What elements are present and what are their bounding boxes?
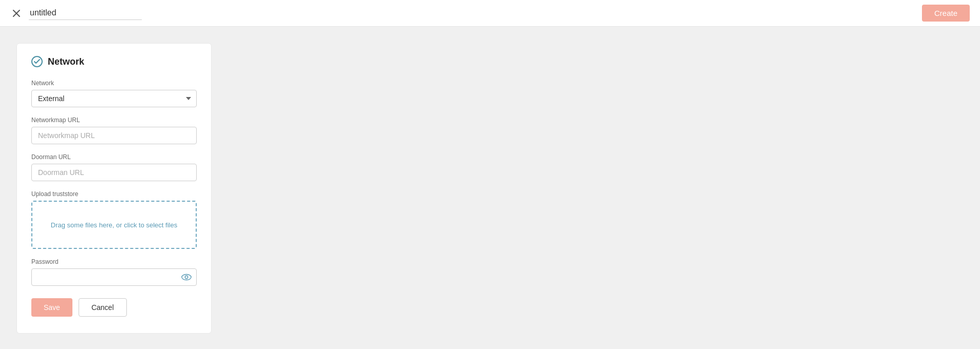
network-label: Network: [31, 80, 197, 87]
doorman-url-field: Doorman URL: [31, 153, 197, 181]
section-check-icon: [31, 56, 43, 67]
header: Create: [0, 0, 980, 27]
networkmap-url-input[interactable]: [31, 127, 197, 144]
title-input[interactable]: [29, 6, 142, 20]
upload-zone-text: Drag some files here, or click to select…: [51, 221, 177, 229]
password-field: Password: [31, 258, 197, 286]
svg-point-3: [185, 276, 187, 278]
svg-point-2: [182, 275, 191, 280]
save-button[interactable]: Save: [31, 298, 72, 317]
password-label: Password: [31, 258, 197, 265]
form-actions: Save Cancel: [31, 298, 197, 317]
network-field: Network External Internal Custom: [31, 80, 197, 107]
password-wrapper: [31, 268, 197, 286]
close-button[interactable]: [10, 7, 23, 20]
networkmap-url-field: Networkmap URL: [31, 117, 197, 144]
network-select[interactable]: External Internal Custom: [31, 90, 197, 107]
header-left: [10, 6, 142, 20]
create-button[interactable]: Create: [922, 5, 970, 22]
doorman-url-input[interactable]: [31, 164, 197, 181]
close-icon: [12, 9, 21, 17]
networkmap-label: Networkmap URL: [31, 117, 197, 124]
section-title: Network: [48, 56, 84, 67]
upload-dropzone[interactable]: Drag some files here, or click to select…: [31, 201, 197, 249]
password-input[interactable]: [31, 268, 197, 286]
toggle-password-icon[interactable]: [181, 274, 192, 281]
network-section: Network Network External Internal Custom…: [16, 43, 212, 334]
section-header: Network: [31, 56, 197, 67]
upload-truststore-field: Upload truststore Drag some files here, …: [31, 190, 197, 249]
cancel-button[interactable]: Cancel: [79, 298, 127, 317]
doorman-label: Doorman URL: [31, 153, 197, 161]
upload-label: Upload truststore: [31, 190, 197, 198]
